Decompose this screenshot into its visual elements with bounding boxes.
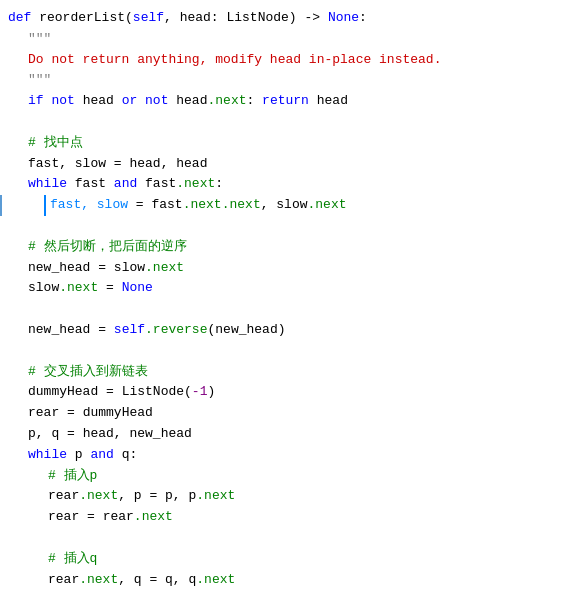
code-line-22: while p and q: bbox=[0, 445, 575, 466]
code-line-7: # 找中点 bbox=[0, 133, 575, 154]
code-line-17 bbox=[0, 341, 575, 362]
code-line-16: new_head = self.reverse(new_head) bbox=[0, 320, 575, 341]
code-line-10: fast, slow = fast.next.next, slow.next bbox=[0, 195, 575, 216]
code-line-6 bbox=[0, 112, 575, 133]
code-line-27: # 插入q bbox=[0, 549, 575, 570]
code-line-8: fast, slow = head, head bbox=[0, 154, 575, 175]
code-line-2: """ bbox=[0, 29, 575, 50]
code-editor: def reorderList(self, head: ListNode) ->… bbox=[0, 0, 575, 592]
code-line-9: while fast and fast.next: bbox=[0, 174, 575, 195]
code-line-1: def reorderList(self, head: ListNode) ->… bbox=[0, 8, 575, 29]
code-line-25: rear = rear.next bbox=[0, 507, 575, 528]
code-line-21: p, q = head, new_head bbox=[0, 424, 575, 445]
code-line-26 bbox=[0, 528, 575, 549]
code-line-3: Do not return anything, modify head in-p… bbox=[0, 50, 575, 71]
code-line-24: rear.next, p = p, p.next bbox=[0, 486, 575, 507]
code-line-19: dummyHead = ListNode(-1) bbox=[0, 382, 575, 403]
code-line-4: """ bbox=[0, 70, 575, 91]
code-line-28: rear.next, q = q, q.next bbox=[0, 570, 575, 591]
code-line-5: if not head or not head.next: return hea… bbox=[0, 91, 575, 112]
code-line-18: # 交叉插入到新链表 bbox=[0, 362, 575, 383]
code-line-11 bbox=[0, 216, 575, 237]
code-line-23: # 插入p bbox=[0, 466, 575, 487]
code-line-14: slow.next = None bbox=[0, 278, 575, 299]
code-line-15 bbox=[0, 299, 575, 320]
code-line-12: # 然后切断，把后面的逆序 bbox=[0, 237, 575, 258]
code-line-13: new_head = slow.next bbox=[0, 258, 575, 279]
code-line-20: rear = dummyHead bbox=[0, 403, 575, 424]
